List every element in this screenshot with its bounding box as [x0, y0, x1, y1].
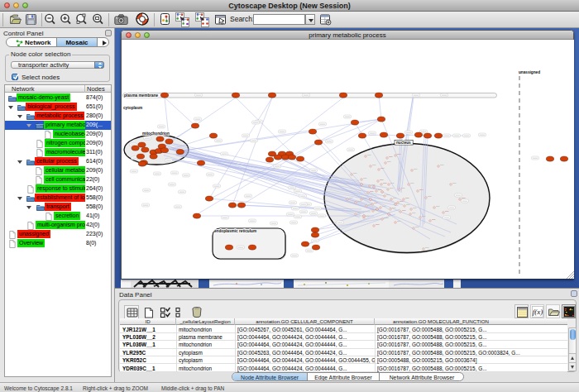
svg-text:mitochondrion: mitochondrion	[142, 131, 170, 136]
svg-text:endoplasmic reticulum: endoplasmic reticulum	[214, 229, 256, 233]
svg-text:unassigned: unassigned	[519, 70, 540, 74]
svg-text:nucleus: nucleus	[396, 141, 411, 145]
svg-text:plasma membrane: plasma membrane	[124, 93, 159, 98]
svg-text:cytoplasm: cytoplasm	[123, 106, 142, 110]
svg-text:f(x): f(x)	[532, 308, 543, 316]
